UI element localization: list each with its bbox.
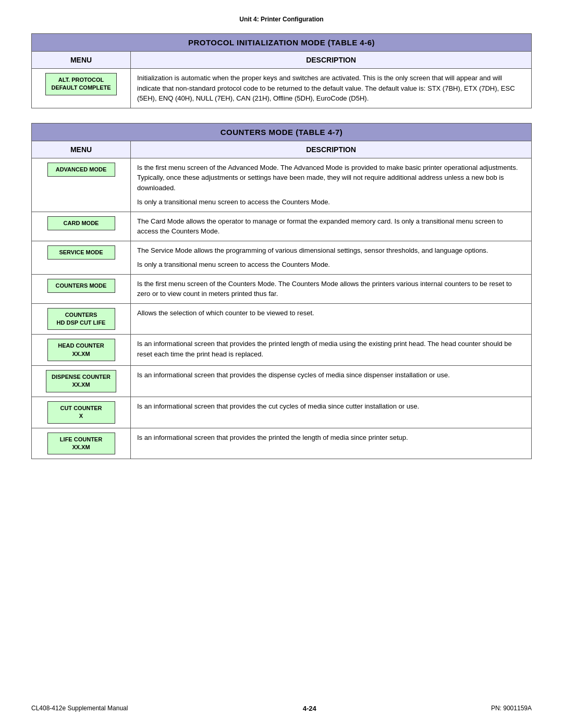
counters-menu-header: MENU: [32, 141, 131, 158]
screen-box: ADVANCED MODE: [47, 163, 115, 177]
counters-desc-cell: Is an informational screen that provides…: [131, 397, 532, 428]
counters-row: ADVANCED MODEIs the first menu screen of…: [32, 158, 532, 212]
counters-row: CARD MODEThe Card Mode allows the operat…: [32, 212, 532, 241]
counters-row: SERVICE MODEThe Service Mode allows the …: [32, 241, 532, 274]
counters-row: CUT COUNTERXIs an informational screen t…: [32, 397, 532, 428]
counters-menu-cell: COUNTERSHD DSP CUT LIFE: [32, 303, 131, 335]
footer-center: 4-24: [303, 705, 316, 712]
page-footer: CL408-412e Supplemental Manual 4-24 PN: …: [31, 705, 532, 712]
counters-desc-cell: Allows the selection of which counter to…: [131, 303, 532, 335]
counters-row: HEAD COUNTERXX.XMIs an informational scr…: [32, 335, 532, 366]
counters-menu-cell: HEAD COUNTERXX.XM: [32, 335, 131, 366]
counters-desc-cell: Is an informational screen that provides…: [131, 428, 532, 459]
screen-box: COUNTERSHD DSP CUT LIFE: [47, 308, 115, 330]
screen-box: DISPENSE COUNTERXX.XM: [46, 370, 116, 392]
counters-row: DISPENSE COUNTERXX.XMIs an informational…: [32, 366, 532, 397]
screen-box: CUT COUNTERX: [47, 401, 115, 424]
counters-row: LIFE COUNTERXX.XMIs an informational scr…: [32, 428, 532, 459]
screen-box: HEAD COUNTERXX.XM: [47, 339, 115, 361]
footer-left: CL408-412e Supplemental Manual: [31, 705, 128, 712]
page-header: Unit 4: Printer Configuration: [31, 16, 532, 23]
counters-desc-cell: The Card Mode allows the operator to man…: [131, 212, 532, 241]
counters-menu-cell: CARD MODE: [32, 212, 131, 241]
protocol-desc-cell: Initialization is automatic when the pro…: [131, 69, 532, 108]
counters-desc-cell: Is an informational screen that provides…: [131, 335, 532, 366]
counters-desc-cell: Is the first menu screen of the Counters…: [131, 274, 532, 303]
counters-desc-header: DESCRIPTION: [131, 141, 532, 158]
counters-table-title: COUNTERS MODE (TABLE 4-7): [32, 123, 532, 141]
counters-desc-cell: The Service Mode allows the programming …: [131, 241, 532, 274]
counters-menu-cell: CUT COUNTERX: [32, 397, 131, 428]
protocol-menu-cell: ALT. PROTOCOLDEFAULT COMPLETE: [32, 69, 131, 108]
counters-menu-cell: SERVICE MODE: [32, 241, 131, 274]
counters-table: COUNTERS MODE (TABLE 4-7) MENU DESCRIPTI…: [31, 123, 532, 460]
counters-row: COUNTERS MODEIs the first menu screen of…: [32, 274, 532, 303]
counters-menu-cell: LIFE COUNTERXX.XM: [32, 428, 131, 459]
counters-desc-cell: Is the first menu screen of the Advanced…: [131, 158, 532, 212]
counters-menu-cell: COUNTERS MODE: [32, 274, 131, 303]
protocol-table: PROTOCOL INITIALIZATION MODE (TABLE 4-6)…: [31, 33, 532, 108]
protocol-desc-header: DESCRIPTION: [131, 52, 532, 69]
counters-menu-cell: ADVANCED MODE: [32, 158, 131, 212]
counters-menu-cell: DISPENSE COUNTERXX.XM: [32, 366, 131, 397]
protocol-menu-header: MENU: [32, 52, 131, 69]
footer-right: PN: 9001159A: [491, 705, 532, 712]
screen-box: LIFE COUNTERXX.XM: [47, 433, 115, 455]
screen-box: SERVICE MODE: [47, 245, 115, 260]
screen-box: ALT. PROTOCOLDEFAULT COMPLETE: [45, 73, 116, 95]
protocol-table-title: PROTOCOL INITIALIZATION MODE (TABLE 4-6): [32, 34, 532, 52]
counters-row: COUNTERSHD DSP CUT LIFEAllows the select…: [32, 303, 532, 335]
screen-box: CARD MODE: [47, 216, 115, 230]
screen-box: COUNTERS MODE: [47, 279, 115, 293]
counters-desc-cell: Is an informational screen that provides…: [131, 366, 532, 397]
protocol-row: ALT. PROTOCOLDEFAULT COMPLETEInitializat…: [32, 69, 532, 108]
page: Unit 4: Printer Configuration PROTOCOL I…: [0, 0, 563, 505]
